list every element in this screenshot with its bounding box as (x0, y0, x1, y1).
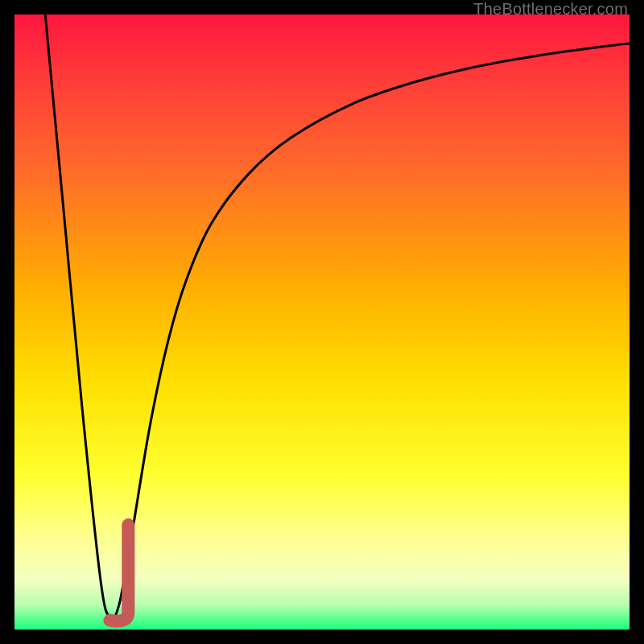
bottleneck-chart (14, 14, 630, 630)
gradient-background (14, 14, 630, 630)
chart-frame (14, 14, 630, 630)
watermark-text: TheBottlenecker.com (473, 0, 628, 19)
